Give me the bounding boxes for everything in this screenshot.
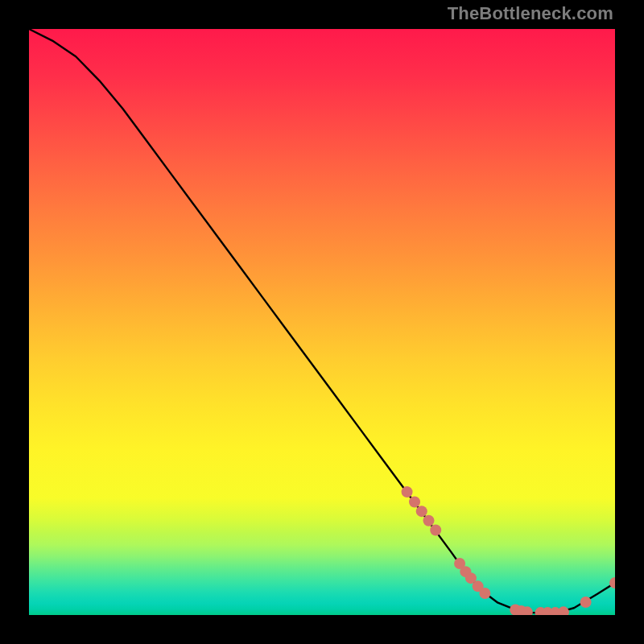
plot-area xyxy=(29,29,615,615)
curve-line xyxy=(29,29,615,613)
data-marker xyxy=(580,597,592,608)
data-marker xyxy=(402,486,413,497)
watermark-text: TheBottleneck.com xyxy=(448,3,613,24)
data-marker xyxy=(409,497,420,508)
chart-svg xyxy=(29,29,615,615)
data-marker xyxy=(430,524,441,535)
data-markers xyxy=(402,486,615,615)
chart-container: TheBottleneck.com xyxy=(0,0,644,644)
data-marker xyxy=(416,506,427,517)
data-marker xyxy=(479,588,490,599)
data-marker xyxy=(423,515,435,526)
data-marker xyxy=(558,606,569,615)
